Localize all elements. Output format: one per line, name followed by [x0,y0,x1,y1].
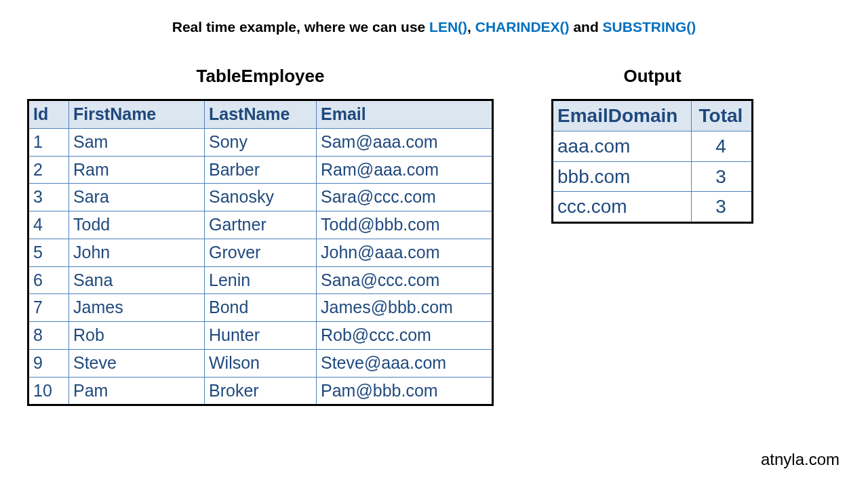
table-header-row: Id FirstName LastName Email [28,100,493,129]
table-row: 7JamesBondJames@bbb.com [28,294,493,322]
output-table-title: Output [551,66,753,87]
heading-fn-len: LEN() [429,19,467,35]
output-table: EmailDomain Total aaa.com4bbb.com3ccc.co… [551,99,753,224]
output-table-body: aaa.com4bbb.com3ccc.com3 [553,131,753,222]
cell-domain: bbb.com [553,161,692,192]
cell-email: Steve@aaa.com [317,349,493,377]
col-emaildomain: EmailDomain [553,100,692,131]
col-total: Total [692,100,753,131]
output-table-block: Output EmailDomain Total aaa.com4bbb.com… [551,66,753,224]
cell-first: Rob [69,322,205,350]
cell-last: Wilson [205,349,317,377]
heading-fn-substring: SUBSTRING() [603,19,696,35]
cell-id: 7 [28,294,69,322]
cell-last: Grover [205,239,317,266]
cell-first: John [69,239,205,266]
cell-last: Gartner [205,211,317,239]
heading-sep1: , [467,19,475,35]
cell-last: Bond [205,294,317,322]
cell-id: 2 [28,156,69,184]
cell-first: Ram [69,156,205,184]
cell-first: Sana [69,266,205,294]
table-row: 5JohnGroverJohn@aaa.com [28,239,493,266]
cell-last: Sony [205,128,317,156]
cell-id: 9 [28,349,69,377]
cell-id: 5 [28,239,69,266]
table-header-row: EmailDomain Total [553,100,753,131]
cell-id: 3 [28,184,69,211]
employee-table: Id FirstName LastName Email 1SamSonySam@… [27,99,494,406]
cell-last: Barber [205,156,317,184]
cell-email: Sana@ccc.com [317,266,493,294]
cell-id: 1 [28,128,69,156]
cell-first: Todd [69,211,205,239]
cell-last: Hunter [205,322,317,350]
cell-email: Sara@ccc.com [317,184,493,211]
cell-first: Pam [69,377,205,405]
cell-id: 6 [28,266,69,294]
cell-last: Sanosky [205,184,317,211]
table-row: 1SamSonySam@aaa.com [28,128,493,156]
cell-email: Todd@bbb.com [317,211,493,239]
cell-first: Sara [69,184,205,211]
col-id: Id [28,100,69,129]
employee-table-body: 1SamSonySam@aaa.com2RamBarberRam@aaa.com… [28,128,493,405]
table-row: 6SanaLeninSana@ccc.com [28,266,493,294]
page-heading: Real time example, where we can use LEN(… [0,0,868,35]
cell-email: Sam@aaa.com [317,128,493,156]
cell-first: Sam [69,128,205,156]
cell-total: 3 [692,192,753,223]
heading-sep2: and [570,19,603,35]
table-row: ccc.com3 [553,192,753,223]
cell-email: James@bbb.com [317,294,493,322]
cell-email: Rob@ccc.com [317,322,493,350]
cell-total: 3 [692,161,753,192]
table-row: 8RobHunterRob@ccc.com [28,322,493,350]
cell-id: 8 [28,322,69,350]
footer-credit: atnyla.com [761,450,840,469]
employee-table-title: TableEmployee [27,66,494,87]
col-email: Email [317,100,493,129]
cell-id: 10 [28,377,69,405]
table-row: 4ToddGartnerTodd@bbb.com [28,211,493,239]
cell-last: Broker [205,377,317,405]
table-row: aaa.com4 [553,131,753,161]
cell-email: John@aaa.com [317,239,493,266]
cell-domain: aaa.com [553,131,692,161]
cell-id: 4 [28,211,69,239]
cell-domain: ccc.com [553,192,692,223]
cell-last: Lenin [205,266,317,294]
cell-first: James [69,294,205,322]
col-firstname: FirstName [69,100,205,129]
table-row: 10PamBrokerPam@bbb.com [28,377,493,405]
table-row: bbb.com3 [553,161,753,192]
cell-email: Pam@bbb.com [317,377,493,405]
table-row: 9SteveWilsonSteve@aaa.com [28,349,493,377]
employee-table-block: TableEmployee Id FirstName LastName Emai… [27,66,494,406]
table-row: 3SaraSanoskySara@ccc.com [28,184,493,211]
col-lastname: LastName [205,100,317,129]
table-row: 2RamBarberRam@aaa.com [28,156,493,184]
cell-email: Ram@aaa.com [317,156,493,184]
heading-text-part1: Real time example, where we can use [172,19,429,35]
cell-total: 4 [692,131,753,161]
cell-first: Steve [69,349,205,377]
heading-fn-charindex: CHARINDEX() [475,19,570,35]
